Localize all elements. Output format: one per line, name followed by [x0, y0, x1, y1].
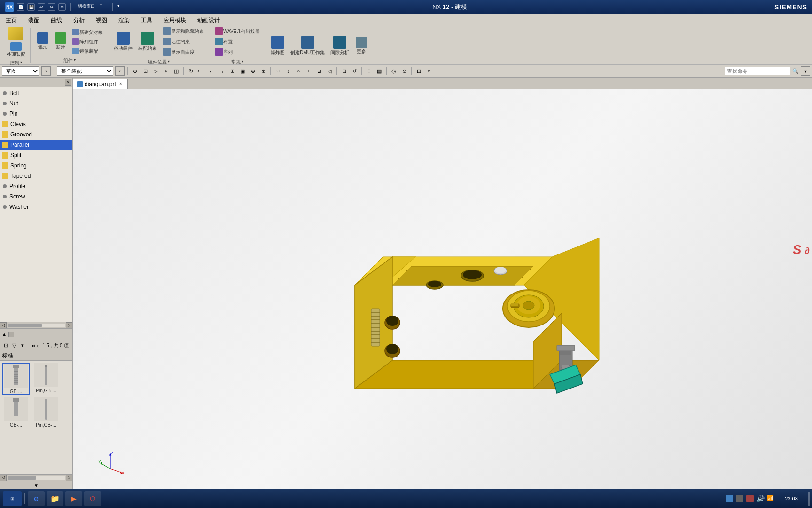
tool-icon-16[interactable]: ◁ — [325, 67, 334, 75]
scroll-right-btn[interactable]: ▷ — [66, 322, 72, 329]
tool-icon-5[interactable]: ⌐ — [207, 67, 216, 75]
add-component-button[interactable]: 添加 — [34, 32, 51, 52]
tool-icon-7[interactable]: ⊞ — [228, 67, 236, 75]
view-icon-5[interactable]: ◎ — [390, 67, 398, 75]
tree-item-tapered[interactable]: Tapered — [0, 171, 72, 181]
clearance-analysis-button[interactable]: 间隙分析 — [328, 35, 351, 57]
switch-icon[interactable]: 切换窗口 — [76, 3, 97, 11]
menu-apps[interactable]: 应用模块 — [158, 14, 192, 27]
mirror-assembly-button[interactable]: 镜像装配 — [70, 47, 105, 56]
filter-icon[interactable]: ⊡ — [141, 67, 149, 75]
viewport-tab-dianquan[interactable]: dianquan.prt × — [73, 79, 128, 89]
tree-item-split[interactable]: Split — [0, 150, 72, 160]
tool-icon-4[interactable]: ⟵ — [197, 67, 205, 75]
bottom-section-toggle[interactable] — [8, 332, 14, 337]
volume-icon[interactable]: 🔊 — [757, 495, 764, 502]
view-icon-6[interactable]: ⊙ — [400, 67, 408, 75]
show-desktop-btn[interactable] — [808, 492, 810, 506]
wave-geo-linker-button[interactable]: WAVE几何链接器 — [213, 27, 262, 36]
toolbar-icon-1[interactable]: 📄 — [17, 3, 24, 11]
search-input[interactable] — [725, 67, 790, 75]
tool-icon-15[interactable]: ⊿ — [315, 67, 323, 75]
tool-icon-3[interactable]: ↻ — [187, 67, 195, 75]
tree-item-screw[interactable]: Screw — [0, 191, 72, 202]
tool-icon-14[interactable]: + — [304, 67, 313, 75]
view-icon-3[interactable]: ⋮ — [365, 67, 373, 75]
tool-icon-10[interactable]: ⊕ — [259, 67, 267, 75]
process-assembly-button[interactable]: 处理装配 — [5, 41, 27, 59]
menu-home[interactable]: 主页 — [0, 14, 23, 27]
viewport-close-btn[interactable]: × — [118, 81, 124, 87]
snap-icon[interactable]: ⊕ — [131, 67, 139, 75]
move-component-button[interactable]: 移动组件 — [112, 31, 134, 53]
tree-item-pin[interactable]: Pin — [0, 109, 72, 119]
tree-item-clevis[interactable]: Clevis — [0, 119, 72, 129]
more-button[interactable]: 更多 — [353, 36, 370, 56]
window-icon[interactable]: □ — [100, 3, 107, 11]
bottom-collapse-btn[interactable]: ▼ — [34, 483, 39, 488]
thumb-pin-gb-2[interactable]: Pin,GB-... — [32, 397, 60, 428]
model-select[interactable]: 整个装配 — [57, 66, 113, 76]
assembly-constraint-button[interactable]: 装配约束 — [136, 31, 159, 53]
nav-prev-btn[interactable]: ◁ — [36, 343, 39, 348]
filter-active-btn[interactable]: ▽ — [10, 342, 18, 349]
remember-constraint-button[interactable]: 记住约束 — [161, 37, 206, 47]
show-hide-constraints-button[interactable]: 显示和隐藏约束 — [161, 27, 206, 36]
tree-item-nut[interactable]: Nut — [0, 98, 72, 109]
filter-btn-2[interactable]: ▾ — [19, 342, 26, 349]
new-component-button[interactable]: 新建 — [52, 32, 69, 52]
toolbar-extra[interactable]: ▾ — [117, 3, 125, 11]
menu-view[interactable]: 视图 — [90, 14, 113, 27]
sketch-dropdown[interactable]: ▾ — [41, 66, 51, 76]
tool-icon-9[interactable]: ⊛ — [249, 67, 257, 75]
tool-icon-1[interactable]: ⌖ — [162, 67, 170, 75]
thumb-gb-bolt[interactable]: GB-... — [2, 363, 30, 395]
start-button[interactable]: ⊞ — [3, 491, 22, 506]
tree-item-profile[interactable]: Profile — [0, 181, 72, 191]
tool-icon-13[interactable]: ○ — [294, 67, 303, 75]
view-icon-8[interactable]: ▾ — [425, 67, 433, 75]
view-icon-7[interactable]: ⊞ — [414, 67, 423, 75]
open-button[interactable] — [5, 26, 27, 41]
tree-item-parallel[interactable]: Parallel — [0, 140, 72, 150]
model-area[interactable]: Z X Y S ∂ — [73, 89, 812, 490]
tool-icon-6[interactable]: ⌟ — [218, 67, 226, 75]
toolbar-icon-3[interactable]: ↩ — [38, 3, 45, 11]
tree-item-bolt[interactable]: Bolt — [0, 88, 72, 98]
model-dropdown[interactable]: ▾ — [115, 66, 125, 76]
thumb-gb-bolt-2[interactable]: GB-... — [2, 397, 30, 428]
expand-collapse-icon[interactable]: ▲ — [2, 332, 7, 337]
tree-item-spring[interactable]: Spring — [0, 160, 72, 171]
nx-taskbar-button[interactable]: ⬡ — [84, 491, 101, 506]
menu-curve[interactable]: 曲线 — [45, 14, 68, 27]
menu-render[interactable]: 渲染 — [113, 14, 135, 27]
media-button[interactable]: ▶ — [65, 491, 82, 506]
tree-item-grooved[interactable]: Grooved — [0, 129, 72, 140]
view-icon-1[interactable]: ⊡ — [340, 67, 348, 75]
toolbar-icon-5[interactable]: ⚙ — [58, 3, 66, 11]
layout-button[interactable]: 布置 — [213, 37, 262, 47]
sequence-button[interactable]: 序列 — [213, 48, 262, 57]
view-icon-2[interactable]: ↺ — [350, 67, 359, 75]
search-dropdown[interactable]: ▾ — [801, 66, 810, 76]
show-freedom-button[interactable]: 显示自由度 — [161, 48, 206, 57]
thumb-pin-gb[interactable]: Pin,GB-... — [32, 363, 60, 395]
panel-collapse-button[interactable]: × — [65, 79, 71, 86]
ie-button[interactable]: e — [28, 491, 45, 506]
tree-item-washer[interactable]: Washer — [0, 202, 72, 212]
toolbar-icon-4[interactable]: ↪ — [48, 3, 55, 11]
tool-icon-2[interactable]: ◫ — [172, 67, 180, 75]
thumb-scroll-right[interactable]: ▷ — [66, 475, 72, 481]
tool-icon-12[interactable]: ↕ — [284, 67, 292, 75]
thumb-scroll-left[interactable]: ◁ — [0, 475, 7, 481]
toolbar-icon-2[interactable]: 💾 — [27, 3, 35, 11]
folder-button[interactable]: 📁 — [47, 491, 63, 506]
explode-view-button[interactable]: 爆炸图 — [269, 35, 287, 57]
menu-animation[interactable]: 动画设计 — [192, 14, 226, 27]
search-icon[interactable]: 🔍 — [791, 67, 800, 75]
menu-assembly[interactable]: 装配 — [23, 14, 45, 27]
sketch-select[interactable]: 草图 — [2, 66, 39, 76]
filter-btn[interactable]: ⊡ — [2, 342, 9, 349]
menu-analysis[interactable]: 分析 — [68, 14, 90, 27]
scroll-left-btn[interactable]: ◁ — [0, 322, 7, 329]
